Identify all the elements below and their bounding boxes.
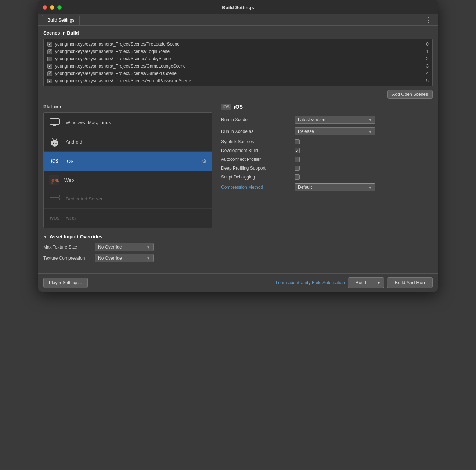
add-open-scenes-row: Add Open Scenes	[43, 90, 433, 99]
platform-name-android: Android	[66, 139, 82, 145]
scene-checkbox[interactable]: ✓	[47, 71, 52, 76]
platform-panel: Platform Windows, Mac, Linux	[43, 104, 212, 228]
svg-point-15	[51, 199, 52, 199]
scene-index: 4	[426, 71, 429, 76]
platform-label: Platform	[43, 104, 212, 109]
compression-method-label: Compression Method	[221, 185, 295, 190]
tvos-icon: tvOS	[49, 212, 61, 224]
scene-item[interactable]: ✓ youngmonkeys/ezysmashers/_Project/Scen…	[44, 70, 432, 77]
deep-profiling-checkbox[interactable]	[295, 166, 300, 171]
html5-icon: HTML 5	[49, 175, 59, 185]
close-button[interactable]	[43, 5, 47, 10]
ios-platform-title: iOS	[234, 104, 243, 110]
platform-item-dedicated: Dedicated Server	[44, 189, 212, 209]
scene-item[interactable]: ✓ youngmonkeys/ezysmashers/_Project/Scen…	[44, 40, 432, 48]
compression-method-arrow-icon: ▼	[368, 185, 372, 189]
run-in-xcode-as-arrow-icon: ▼	[368, 130, 372, 134]
minimize-button[interactable]	[50, 5, 54, 10]
autoconnect-profiler-checkbox[interactable]	[295, 157, 300, 162]
scene-path: youngmonkeys/ezysmashers/_Project/Scenes…	[55, 78, 423, 83]
scene-path: youngmonkeys/ezysmashers/_Project/Scenes…	[55, 49, 423, 54]
scene-path: youngmonkeys/ezysmashers/_Project/Scenes…	[55, 71, 423, 76]
scene-item[interactable]: ✓ youngmonkeys/ezysmashers/_Project/Scen…	[44, 48, 432, 55]
scenes-section-title: Scenes In Build	[43, 30, 433, 36]
platform-name-dedicated: Dedicated Server	[66, 196, 102, 202]
compression-method-value: Default	[298, 185, 312, 190]
run-in-xcode-arrow-icon: ▼	[368, 118, 372, 122]
build-and-run-button[interactable]: Build And Run	[387, 277, 433, 288]
development-build-label: Development Build	[221, 148, 295, 153]
scene-path: youngmonkeys/ezysmashers/_Project/Scenes…	[55, 41, 423, 47]
scene-item[interactable]: ✓ youngmonkeys/ezysmashers/_Project/Scen…	[44, 77, 432, 84]
max-texture-row: Max Texture Size No Override ▼	[43, 243, 433, 251]
main-content: Scenes In Build ✓ youngmonkeys/ezysmashe…	[38, 26, 438, 270]
scene-checkbox[interactable]: ✓	[47, 79, 52, 83]
scene-index: 1	[426, 49, 429, 54]
platform-ios-row: Platform Windows, Mac, Linux	[43, 104, 433, 228]
ios-settings-panel: iOS iOS Run in Xcode Latest version ▼ Ru…	[212, 104, 433, 228]
compression-method-dropdown[interactable]: Default ▼	[295, 183, 375, 191]
script-debugging-checkbox[interactable]	[295, 174, 300, 180]
tab-more-icon[interactable]: ⋮	[423, 14, 434, 25]
svg-line-8	[56, 138, 57, 140]
build-button[interactable]: Build	[348, 277, 374, 288]
development-build-checkbox[interactable]: ✓	[295, 148, 300, 153]
texture-compression-dropdown[interactable]: No Override ▼	[95, 254, 154, 262]
texture-compression-value: No Override	[98, 256, 122, 261]
ios-platform-icon: iOS	[221, 104, 231, 110]
max-texture-label: Max Texture Size	[43, 245, 91, 250]
tab-bar: Build Settings ⋮	[38, 14, 438, 26]
run-in-xcode-dropdown[interactable]: Latest version ▼	[295, 116, 375, 124]
bottom-bar: Player Settings... Learn about Unity Bui…	[38, 273, 438, 292]
learn-unity-build-link[interactable]: Learn about Unity Build Automation	[276, 280, 345, 285]
scene-checkbox[interactable]: ✓	[47, 42, 52, 47]
bottom-right: Learn about Unity Build Automation Build…	[276, 277, 433, 288]
platform-name-tvos: tvOS	[66, 216, 76, 221]
scene-checkbox[interactable]: ✓	[47, 49, 52, 54]
svg-point-14	[51, 196, 52, 196]
svg-line-7	[52, 138, 53, 140]
build-dropdown-arrow[interactable]: ▼	[374, 277, 384, 288]
build-settings-tab[interactable]: Build Settings	[42, 15, 80, 25]
asset-import-section: ▼ Asset Import Overrides Max Texture Siz…	[43, 234, 433, 262]
platform-item-android[interactable]: Android	[44, 132, 212, 152]
texture-compression-arrow-icon: ▼	[147, 256, 150, 260]
scene-path: youngmonkeys/ezysmashers/_Project/Scenes…	[55, 64, 423, 69]
asset-import-header[interactable]: ▼ Asset Import Overrides	[43, 234, 433, 239]
ios-icon: iOS	[49, 155, 61, 167]
symlink-sources-row: Symlink Sources	[221, 139, 433, 144]
run-in-xcode-as-dropdown[interactable]: Release ▼	[295, 127, 375, 135]
platform-item-ios[interactable]: iOS iOS ⚙	[44, 152, 212, 171]
run-in-xcode-label: Run in Xcode	[221, 117, 295, 122]
run-in-xcode-as-row: Run in Xcode as Release ▼	[221, 127, 433, 135]
symlink-sources-checkbox[interactable]	[295, 139, 300, 144]
svg-rect-4	[51, 141, 58, 145]
maximize-button[interactable]	[57, 5, 62, 10]
scene-item[interactable]: ✓ youngmonkeys/ezysmashers/_Project/Scen…	[44, 62, 432, 70]
player-settings-button[interactable]: Player Settings...	[43, 278, 88, 288]
platform-name-windows: Windows, Mac, Linux	[66, 120, 111, 125]
window-title: Build Settings	[222, 5, 254, 10]
platform-item-windows[interactable]: Windows, Mac, Linux	[44, 113, 212, 132]
scene-index: 5	[426, 78, 429, 83]
monitor-icon	[49, 116, 61, 128]
run-in-xcode-as-value: Release	[298, 129, 314, 134]
build-button-group: Build ▼	[348, 277, 384, 288]
symlink-sources-label: Symlink Sources	[221, 139, 295, 144]
scenes-list: ✓ youngmonkeys/ezysmashers/_Project/Scen…	[43, 39, 433, 86]
scene-index: 3	[426, 64, 429, 69]
max-texture-arrow-icon: ▼	[147, 245, 150, 249]
svg-text:5: 5	[51, 182, 53, 185]
add-open-scenes-button[interactable]: Add Open Scenes	[387, 90, 433, 99]
compression-method-row: Compression Method Default ▼	[221, 183, 433, 191]
max-texture-dropdown[interactable]: No Override ▼	[95, 243, 154, 251]
platform-item-web[interactable]: HTML 5 Web	[44, 171, 212, 189]
ios-header: iOS iOS	[221, 104, 433, 110]
scene-item[interactable]: ✓ youngmonkeys/ezysmashers/_Project/Scen…	[44, 55, 432, 62]
svg-point-5	[53, 143, 54, 144]
asset-import-title: Asset Import Overrides	[50, 234, 102, 239]
svg-rect-1	[53, 124, 56, 126]
texture-compression-row: Texture Compression No Override ▼	[43, 254, 433, 262]
scene-checkbox[interactable]: ✓	[47, 64, 52, 69]
scene-checkbox[interactable]: ✓	[47, 57, 52, 61]
